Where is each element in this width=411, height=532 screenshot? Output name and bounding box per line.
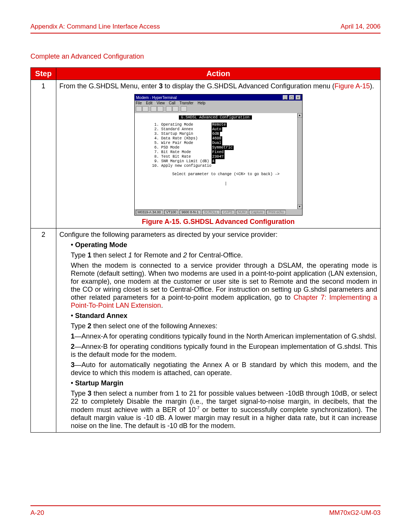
scroll-up-icon[interactable]: ▲ [298,113,302,118]
txt: —Annex-A for operating conditions typica… [75,332,376,340]
terminal-row: 1. Operating Mode Remote [152,123,300,127]
italic: 1 [128,251,132,259]
close-icon[interactable]: × [296,95,301,100]
bullet-item: • Standard Annex Type 2 then select one … [71,312,377,377]
terminal-heading: G.SHDSL Advanced Configuration [179,115,252,120]
terminal-row: 8. Test Bit Rate 2304? [152,155,300,159]
scroll-down-icon[interactable]: ▼ [298,204,302,209]
txt: then select [91,251,128,259]
window-buttons: _ □ × [282,95,301,100]
txt: then select one of the following Annexes… [91,322,217,330]
txt: to display the G.SHDSL Advanced Configur… [162,82,335,90]
bold-key: 2 [71,343,75,350]
table-row: 1 From the G.SHDSL Menu, enter 3 to disp… [31,80,381,228]
bold-key: 3 [88,390,91,397]
menu-item[interactable]: Edit [146,101,152,105]
toolbar-icon[interactable] [181,106,187,112]
footer-page-num: A-20 [30,509,44,517]
toolbar [135,105,302,113]
step1-text: From the G.SHDSL Menu, enter 3 to displa… [59,82,377,90]
terminal-value: 6dB [212,132,220,136]
bullet-line: Type 3 then select a number from 1 to 21… [71,390,377,430]
txt: Type [71,390,88,397]
status-field: Capture [249,210,265,214]
terminal-value: Symmetric [212,145,234,150]
window-titlebar: Modem - HyperTerminal _ □ × [135,94,302,101]
terminal-value: 2304? [212,155,225,159]
bullet-line: Type 2 then select one of the following … [71,322,377,330]
maximize-icon[interactable]: □ [289,95,294,100]
terminal-value: Auto [212,127,222,132]
txt: ). [370,82,374,90]
scrollbar[interactable]: ▲ ▼ [297,113,302,209]
terminal-row: 10. Apply new configuratio [152,164,300,168]
toolbar-icon[interactable] [136,106,142,112]
page-header: Appendix A: Command Line Interface Acces… [30,23,381,34]
status-field: M0319-A 34.00 [136,210,163,214]
terminal-row: 7. Bit Rate Mode Fixed [152,150,300,155]
step2-intro: Configure the following parameters as di… [59,231,377,239]
bold-key: 3 [159,82,162,90]
terminal-row: 5. Wire Pair Mode Dual [152,141,300,145]
txt: for Central-Office. [187,251,243,259]
page-footer: A-20 MM70xG2-UM-03 [30,505,381,517]
action-cell: Configure the following parameters as di… [56,228,381,433]
terminal-value: 4608 [212,136,222,141]
bold-key: 1 [88,251,91,259]
sub-item: 1—Annex-A for operating conditions typic… [71,332,377,340]
status-field: CAPS [221,210,234,214]
col-header-step: Step [31,68,56,80]
toolbar-icon[interactable] [166,106,172,112]
bullet-head: Operating Mode [75,241,127,249]
txt: —Auto for automatically negotiating the … [71,361,377,377]
toolbar-icon[interactable] [172,106,178,112]
terminal-row: 3. Startup Margin 6dB [152,132,300,136]
hyperterminal-window: Modem - HyperTerminal _ □ × File Edit Vi… [134,94,303,216]
toolbar-icon[interactable] [142,106,148,112]
table-row: 2 Configure the following parameters as … [31,228,381,433]
terminal-row: 4. Data Rate (Kbps) 4608 [152,136,300,141]
status-field: 9600 8-N-1 [180,210,201,214]
menu-item[interactable]: Call [169,101,175,105]
bold-key: 1 [71,332,75,340]
terminal-area: ▲ ▼ G.SHDSL Advanced Configuration 1. Op… [135,113,302,209]
figure-ref-link[interactable]: Figure A-15 [335,82,370,90]
bullet-item: • Startup Margin Type 3 then select a nu… [71,379,377,430]
sub-item: 2—Annex-B for operating conditions typic… [71,343,377,359]
terminal-row: 9. SNR Margin Limit (dB) 4 [152,159,300,164]
menu-item[interactable]: View [156,101,165,105]
txt: From the G.SHDSL Menu, enter [59,82,159,90]
statusbar: M0319-A 34.00 VT100 9600 8-N-1 SCROLL CA… [135,209,302,215]
txt: for Remote and [132,251,183,259]
status-field: Print echo [266,210,286,214]
txt: —Annex-B for operating conditions typica… [71,343,377,358]
step-number: 1 [31,80,56,228]
action-cell: From the G.SHDSL Menu, enter 3 to displa… [56,80,381,228]
bullet-item: • Operating Mode Type 1 then select 1 fo… [71,241,377,310]
status-field: VT100 [164,210,178,214]
figure-caption: Figure A-15. G.SHDSL Advanced Configurat… [59,218,377,226]
terminal-row: 2. Standard Annex Auto [152,127,300,132]
terminal-cursor: | [152,182,300,186]
steps-table: Step Action 1 From the G.SHDSL Menu, ent… [30,67,381,433]
terminal-rows: 1. Operating Mode Remote 2. Standard Ann… [152,123,300,168]
status-field: SCROLL [202,210,220,214]
terminal-value: Remote [212,123,227,127]
terminal-value: Dual [212,141,222,145]
terminal-prompt: Select parameter to change (<CR> to go b… [152,172,300,176]
section-title: Complete an Advanced Configuration [30,53,381,61]
menu-item[interactable]: Transfer [180,101,194,105]
minimize-icon[interactable]: _ [283,95,288,100]
menu-item[interactable]: Help [198,101,206,105]
menu-item[interactable]: File [136,101,142,105]
window-title: Modem - HyperTerminal [136,96,177,100]
terminal-value: 4 [212,159,215,164]
terminal-row: 6. PSD Mode Symmetric [152,145,300,150]
header-right: April 14, 2006 [341,23,381,30]
italic: 2 [183,251,187,259]
toolbar-icon[interactable] [157,106,163,112]
bold-key: 2 [88,322,91,330]
bullet-line: Type 1 then select 1 for Remote and 2 fo… [71,251,377,259]
bullet-head: Startup Margin [75,379,123,387]
toolbar-icon[interactable] [151,106,157,112]
